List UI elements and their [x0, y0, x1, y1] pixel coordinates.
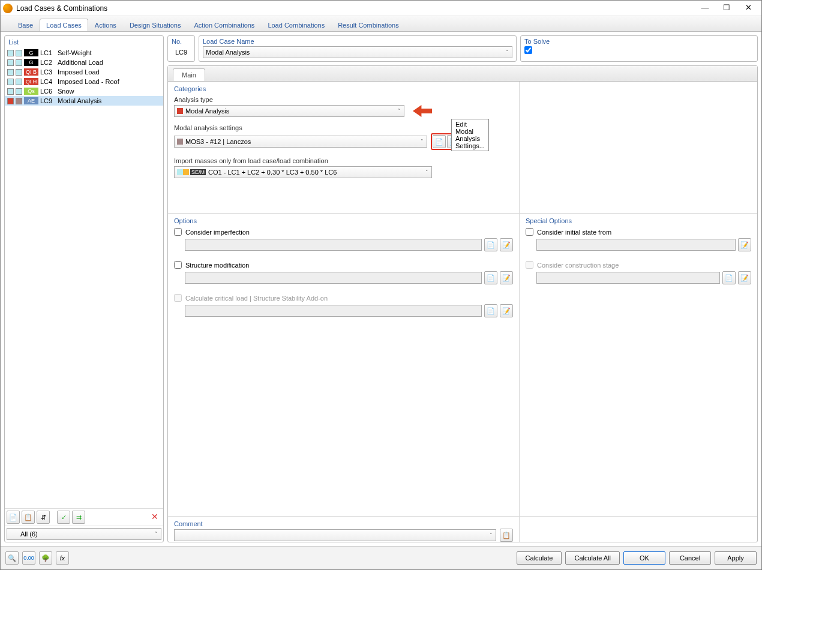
window-title: Load Cases & Combinations — [16, 4, 694, 13]
list-name: Imposed Load — [58, 68, 161, 76]
imperfection-combo[interactable] — [185, 239, 482, 251]
list-check-button[interactable]: ✓ — [57, 511, 70, 524]
modification-edit-button[interactable]: 📝 — [500, 271, 513, 284]
list-item[interactable]: QsLC6Snow — [5, 86, 163, 96]
list-code: LC9 — [40, 97, 56, 104]
imperfection-edit-button[interactable]: 📝 — [500, 238, 513, 251]
maximize-button[interactable]: ☐ — [716, 1, 737, 16]
import-combo[interactable]: SE/M CO1 - LC1 + LC2 + 0.30 * LC3 + 0.50… — [174, 166, 432, 178]
modal-settings-combo[interactable]: MOS3 - #12 | Lanczos — [174, 136, 427, 148]
list-swatch1 — [7, 88, 14, 95]
tree-button[interactable]: 🌳 — [39, 551, 52, 565]
list-swatch1 — [7, 69, 14, 76]
imperfection-checkbox[interactable] — [174, 228, 182, 236]
initial-state-combo[interactable] — [536, 239, 736, 251]
cancel-button[interactable]: Cancel — [669, 551, 711, 565]
list-swatch2 — [16, 98, 22, 104]
help-button[interactable]: 🔍 — [5, 551, 19, 565]
tab-base[interactable]: Base — [11, 19, 40, 31]
list-item[interactable]: QI BLC3Imposed Load — [5, 67, 163, 77]
modification-checkbox[interactable] — [174, 261, 182, 269]
list-tag: G — [24, 59, 38, 66]
special-options-title: Special Options — [526, 217, 751, 224]
ok-button[interactable]: OK — [623, 551, 665, 565]
list-tag: QI H — [24, 78, 38, 85]
app-icon — [3, 4, 13, 13]
list-checkall-button[interactable]: ⇉ — [72, 511, 85, 524]
top-row: No. Load Case Name Modal Analysis To Sol… — [167, 35, 758, 62]
tab-load-combinations[interactable]: Load Combinations — [261, 19, 331, 31]
categories-row: Categories Analysis type Modal Analysis … — [168, 82, 757, 214]
list-item[interactable]: GLC1Self-Weight — [5, 48, 163, 58]
sub-content: Categories Analysis type Modal Analysis … — [168, 82, 757, 542]
units-button[interactable]: 0.00 — [22, 551, 35, 565]
comment-combo[interactable] — [174, 529, 496, 541]
calculate-all-button[interactable]: Calculate All — [565, 551, 620, 565]
list-copy-button[interactable]: 📋 — [22, 511, 35, 524]
sub-tabs-bar: Main — [168, 66, 757, 82]
fx-button[interactable]: fx — [56, 551, 69, 565]
new-settings-button[interactable]: 📄 — [433, 135, 446, 148]
analysis-type-value: Modal Analysis — [185, 107, 229, 115]
comment-title: Comment — [174, 520, 513, 527]
tab-load-cases[interactable]: Load Cases — [40, 19, 88, 31]
solve-label: To Solve — [524, 38, 754, 45]
list-delete-button[interactable]: ✕ — [148, 511, 161, 524]
import-tag: SE/M — [190, 169, 206, 175]
list-tag: QI B — [24, 68, 38, 76]
modification-combo[interactable] — [185, 272, 482, 284]
critical-load-edit-button[interactable]: 📝 — [500, 304, 513, 317]
name-combo[interactable]: Modal Analysis — [203, 46, 512, 58]
construction-stage-new-button[interactable]: 📄 — [722, 271, 736, 284]
list-code: LC4 — [40, 78, 56, 85]
list-swatch1 — [7, 59, 14, 66]
list-item[interactable]: GLC2Additional Load — [5, 58, 163, 67]
comment-cell: Comment 📋 — [168, 517, 520, 542]
list-sort-button[interactable]: ⇵ — [37, 511, 50, 524]
list-name: Imposed Load - Roof — [58, 78, 161, 85]
list-swatch1 — [7, 98, 14, 104]
subtab-main[interactable]: Main — [173, 68, 205, 81]
construction-stage-edit-button[interactable]: 📝 — [738, 271, 751, 284]
initial-state-checkbox[interactable] — [526, 228, 533, 236]
no-label: No. — [172, 38, 191, 45]
list-item[interactable]: QI HLC4Imposed Load - Roof — [5, 77, 163, 86]
apply-button[interactable]: Apply — [715, 551, 757, 565]
close-button[interactable]: ✕ — [737, 1, 759, 16]
no-input[interactable] — [172, 46, 191, 58]
list-name: Modal Analysis — [58, 97, 161, 104]
list-toolbar: 📄 📋 ⇵ ✓ ⇉ ✕ — [5, 508, 163, 526]
list-name: Snow — [58, 88, 161, 95]
name-value: Modal Analysis — [206, 49, 250, 56]
list-tag: G — [24, 49, 38, 56]
imperfection-new-button[interactable]: 📄 — [484, 238, 497, 251]
solve-checkbox[interactable] — [524, 46, 532, 54]
categories-cell: Categories Analysis type Modal Analysis … — [168, 82, 520, 213]
modification-new-button[interactable]: 📄 — [484, 271, 497, 284]
list-item[interactable]: AELC9Modal Analysis — [5, 96, 163, 106]
minimize-button[interactable]: — — [694, 1, 716, 16]
no-group: No. — [167, 35, 195, 62]
calculate-button[interactable]: Calculate — [517, 551, 562, 565]
list-tag: Qs — [24, 88, 38, 95]
main-tabs: Base Load Cases Actions Design Situation… — [1, 16, 761, 32]
list-swatch2 — [16, 69, 22, 76]
list-new-button[interactable]: 📄 — [7, 511, 20, 524]
list-code: LC1 — [40, 49, 56, 56]
critical-load-new-button[interactable]: 📄 — [484, 304, 497, 317]
initial-state-edit-button[interactable]: 📝 — [738, 238, 751, 251]
tab-result-combinations[interactable]: Result Combinations — [331, 19, 406, 31]
special-options-cell: Special Options Consider initial state f… — [520, 214, 757, 516]
comment-edit-button[interactable]: 📋 — [500, 529, 513, 542]
comment-side — [520, 517, 757, 542]
tab-design-situations[interactable]: Design Situations — [123, 19, 188, 31]
list-filter: All (6) — [5, 526, 163, 542]
tab-actions[interactable]: Actions — [88, 19, 123, 31]
analysis-type-combo[interactable]: Modal Analysis — [174, 105, 404, 117]
name-label: Load Case Name — [203, 38, 512, 45]
list-code: LC2 — [40, 59, 56, 66]
tab-action-combinations[interactable]: Action Combinations — [187, 19, 261, 31]
list-filter-combo[interactable]: All (6) — [7, 528, 161, 540]
critical-load-checkbox — [174, 294, 182, 302]
list-tag: AE — [24, 97, 38, 104]
